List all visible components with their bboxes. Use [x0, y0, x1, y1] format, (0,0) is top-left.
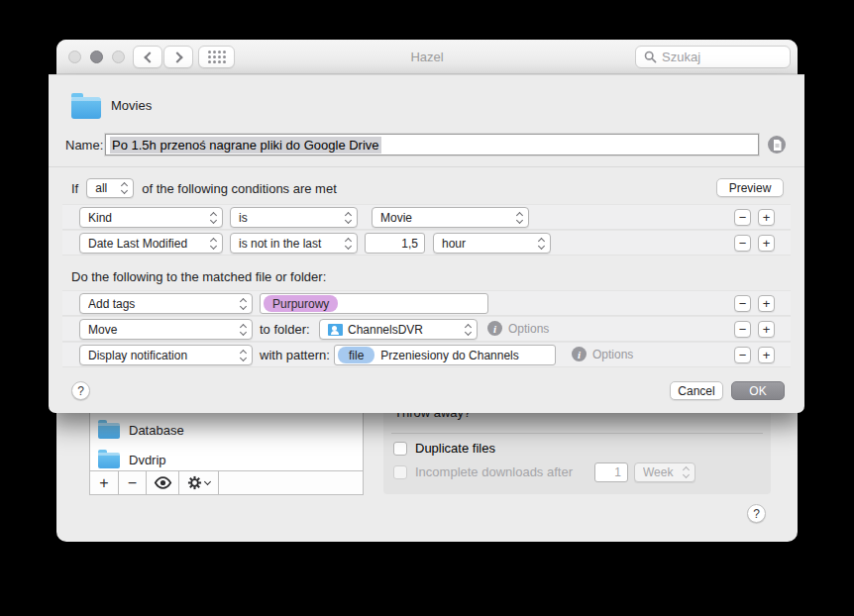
- preview-button[interactable]: Preview: [716, 178, 784, 197]
- search-input[interactable]: Szukaj: [635, 46, 791, 68]
- document-icon: [773, 140, 782, 151]
- condition-operator-popup[interactable]: is not in the last: [230, 233, 358, 254]
- folder-icon: [98, 423, 120, 439]
- duplicate-files-checkbox[interactable]: [393, 442, 407, 456]
- conditions-met-label: of the following conditions are met: [142, 181, 337, 196]
- action-type-popup[interactable]: Display notification: [79, 345, 253, 365]
- chevron-left-icon: [144, 51, 155, 62]
- eye-icon: [154, 476, 172, 489]
- destination-folder-popup[interactable]: ChannelsDVR: [319, 319, 478, 340]
- grid-icon: [208, 51, 226, 63]
- folder-name: Database: [129, 423, 184, 438]
- remove-condition-button[interactable]: −: [734, 235, 751, 252]
- condition-duration-input[interactable]: 1,5: [365, 233, 425, 254]
- options-disclosure: i Options: [572, 347, 633, 361]
- popup-arrows-icon: [344, 237, 353, 251]
- action-type-popup[interactable]: Add tags: [79, 293, 253, 314]
- list-item[interactable]: Dvdrip: [90, 447, 363, 473]
- pattern-text: Przeniesiony do Channels: [380, 349, 518, 362]
- actions-gear-button[interactable]: [179, 471, 219, 494]
- popup-arrows-icon: [515, 211, 524, 225]
- forward-button[interactable]: [163, 46, 193, 68]
- folder-name: Dvdrip: [129, 453, 166, 467]
- titlebar: Hazel Szukaj: [56, 40, 798, 74]
- info-icon[interactable]: i: [572, 347, 587, 361]
- screen: Hazel Szukaj: [0, 0, 854, 616]
- add-action-button[interactable]: +: [758, 321, 775, 338]
- shared-folder-icon: [328, 324, 343, 336]
- ok-button[interactable]: OK: [731, 381, 785, 400]
- if-label: If: [71, 181, 78, 196]
- popup-arrows-icon: [537, 237, 546, 251]
- chevron-right-icon: [171, 51, 182, 62]
- condition-unit-popup[interactable]: hour: [433, 233, 551, 254]
- incomplete-downloads-label: Incomplete downloads after: [415, 464, 573, 479]
- popup-arrows-icon: [239, 297, 248, 311]
- incomplete-unit-popup[interactable]: Week: [634, 462, 695, 482]
- popup-arrows-icon: [209, 237, 218, 251]
- toolbar-spacer: [219, 471, 363, 494]
- info-icon[interactable]: i: [487, 321, 502, 336]
- rule-name-value: Po 1.5h przenoś nagrane pliki do Google …: [110, 137, 381, 154]
- remove-folder-button[interactable]: −: [119, 471, 147, 494]
- to-folder-label: to folder:: [260, 322, 310, 337]
- list-toolbar: + −: [90, 470, 363, 494]
- add-condition-button[interactable]: +: [758, 235, 775, 252]
- condition-value-popup[interactable]: Movie: [372, 207, 529, 228]
- with-pattern-label: with pattern:: [260, 348, 330, 362]
- action-type-popup[interactable]: Move: [79, 319, 253, 340]
- divider: [49, 166, 804, 167]
- popup-arrows-icon: [120, 181, 129, 195]
- popup-arrows-icon: [239, 349, 248, 362]
- condition-operator-popup[interactable]: is: [230, 207, 358, 228]
- window-help-button[interactable]: ?: [747, 504, 766, 523]
- rule-target-folder: Movies: [111, 98, 152, 113]
- popup-arrows-icon: [239, 323, 248, 337]
- pattern-field[interactable]: file Przeniesiony do Channels: [334, 345, 556, 365]
- sheet-help-button[interactable]: ?: [71, 381, 90, 400]
- actions-header: Do the following to the matched file or …: [71, 269, 326, 284]
- list-item[interactable]: Database: [90, 417, 363, 444]
- cancel-button[interactable]: Cancel: [670, 381, 723, 400]
- name-label: Name:: [65, 138, 103, 153]
- back-button[interactable]: [133, 46, 162, 68]
- condition-attribute-popup[interactable]: Date Last Modified: [79, 233, 223, 254]
- remove-action-button[interactable]: −: [734, 295, 751, 312]
- add-action-button[interactable]: +: [758, 295, 775, 312]
- rule-description-button[interactable]: [768, 136, 786, 154]
- condition-attribute-popup[interactable]: Kind: [79, 207, 223, 228]
- tag-token[interactable]: Purpurowy: [264, 295, 338, 312]
- gear-icon: [187, 475, 202, 490]
- match-condition-row: If all of the following conditions are m…: [71, 178, 337, 198]
- file-token[interactable]: file: [338, 347, 374, 363]
- match-all-popup[interactable]: all: [86, 178, 134, 198]
- incomplete-downloads-checkbox[interactable]: [393, 465, 407, 479]
- add-folder-button[interactable]: +: [90, 471, 119, 494]
- incomplete-duration-input[interactable]: 1: [594, 462, 628, 482]
- popup-arrows-icon: [464, 323, 473, 337]
- incomplete-downloads-row: Incomplete downloads after: [393, 464, 573, 479]
- add-condition-button[interactable]: +: [758, 209, 775, 226]
- options-label: Options: [508, 322, 549, 336]
- popup-arrows-icon: [344, 211, 353, 225]
- preview-eye-button[interactable]: [147, 471, 179, 494]
- duplicate-files-label: Duplicate files: [415, 441, 495, 456]
- chevron-down-icon: [204, 477, 211, 484]
- remove-action-button[interactable]: −: [734, 347, 751, 363]
- folder-icon: [98, 453, 120, 468]
- view-grid-button[interactable]: [198, 46, 235, 68]
- options-label: Options: [592, 348, 633, 361]
- search-placeholder: Szukaj: [662, 50, 700, 64]
- movies-folder-icon: [71, 97, 101, 119]
- tags-field[interactable]: Purpurowy: [260, 293, 488, 314]
- remove-action-button[interactable]: −: [734, 321, 751, 338]
- panel-divider: [391, 433, 763, 434]
- popup-arrows-icon: [682, 465, 691, 479]
- add-action-button[interactable]: +: [758, 347, 775, 363]
- remove-condition-button[interactable]: −: [734, 209, 751, 226]
- rule-name-input[interactable]: Po 1.5h przenoś nagrane pliki do Google …: [105, 134, 759, 155]
- popup-arrows-icon: [209, 211, 218, 225]
- duplicate-files-row: Duplicate files: [393, 441, 495, 456]
- rule-editor-sheet: Movies Name: Po 1.5h przenoś nagrane pli…: [49, 74, 804, 413]
- search-icon: [644, 51, 657, 63]
